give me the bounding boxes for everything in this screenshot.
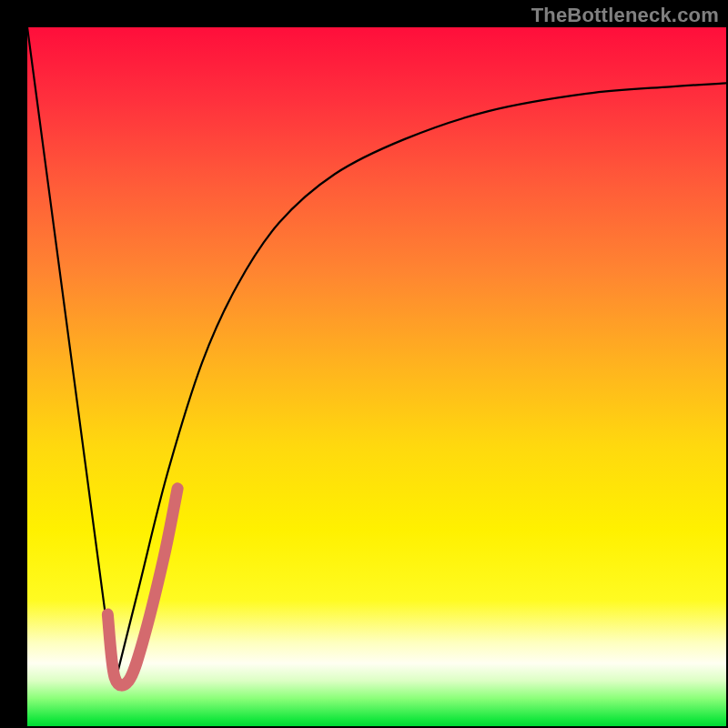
plot-area (27, 27, 726, 726)
watermark-text: TheBottleneck.com (531, 4, 719, 27)
chart-stage: TheBottleneck.com (0, 0, 728, 728)
gradient-background (27, 27, 726, 726)
